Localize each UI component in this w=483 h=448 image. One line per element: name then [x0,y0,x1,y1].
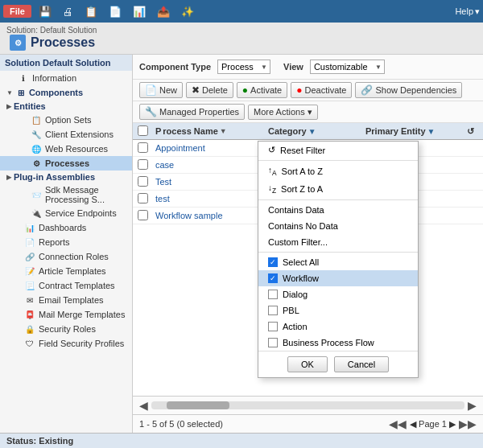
file-button[interactable]: File [3,5,31,18]
sidebar-plugin-label: Plug-in Assemblies [14,172,95,182]
name-sort-icon[interactable]: ▼ [220,127,227,135]
sidebar-item-reports[interactable]: 📄 Reports [0,235,132,249]
filter-select-all[interactable]: ✓ Select All [258,254,418,270]
export-icon-btn[interactable]: 📤 [153,3,174,20]
activate-button[interactable]: ● Activate [237,82,287,98]
filter-action[interactable]: Action [258,319,418,335]
row-checkbox[interactable] [133,193,152,205]
security-roles-icon: 🔒 [24,323,35,335]
reports-icon: 📄 [24,236,35,248]
delete-button[interactable]: ✖ Delete [186,82,233,98]
component-type-select[interactable]: Process [217,60,270,74]
row-checkbox[interactable] [133,176,152,188]
components-expand-icon: ▼ [6,89,13,97]
sidebar-item-option-sets[interactable]: 📋 Option Sets [0,113,132,127]
sidebar-item-contract-templates[interactable]: 📃 Contract Templates [0,278,132,293]
filter-contains-data[interactable]: Contains Data [258,202,418,218]
select-all-check[interactable]: ✓ [268,257,278,267]
new-icon: 📄 [145,84,157,96]
select-all-checkbox[interactable] [138,125,148,136]
show-deps-label: Show Dependencies [375,85,456,95]
save-as-icon-btn[interactable]: 🖨 [59,3,77,20]
col-category-text: Category [268,126,307,136]
sidebar-item-label: Dashboards [39,223,86,232]
row-name[interactable]: test [152,192,265,205]
new-button[interactable]: 📄 New [139,82,183,98]
filter-custom[interactable]: Custom Filter... [258,234,418,250]
sidebar: Solution Default Solution ℹ Information … [0,55,133,433]
filter-dialog-label: Dialog [283,290,308,299]
col-name-text: rocess Name [163,126,218,136]
bpf-check[interactable] [268,338,278,347]
scroll-left-icon[interactable]: ◀ [139,399,148,412]
row-name[interactable]: case [152,158,265,171]
filter-no-data[interactable]: Contains No Data [258,218,418,234]
filter-pbl[interactable]: PBL [258,302,418,319]
show-deps-button[interactable]: 🔗 Show Dependencies [355,82,462,98]
row-checkbox[interactable] [133,210,152,222]
filter-bpf[interactable]: Business Process Flow [258,335,418,351]
import-icon-btn[interactable]: 📊 [129,3,150,20]
refresh-icon[interactable]: ↺ [467,126,474,136]
component-type-select-wrap: Process [217,60,270,74]
sidebar-item-email-templates[interactable]: ✉ Email Templates [0,293,132,307]
action-toolbar: 📄 New ✖ Delete ● Activate ● Deactivate 🔗 [133,80,483,101]
row-checkbox[interactable] [133,159,152,171]
save-icon-btn[interactable]: 💾 [35,3,56,20]
scroll-track[interactable] [151,401,464,409]
sidebar-group-entities[interactable]: ▶ Entities [0,100,132,113]
row-checkbox[interactable] [133,142,152,154]
filter-ok-button[interactable]: OK [287,356,328,372]
help-button[interactable]: Help ▾ [455,6,480,17]
sidebar-group-components[interactable]: ▼ ⊞ Components [0,85,132,100]
processes-icon: ⚙ [31,158,42,169]
view-select[interactable]: Customizable [310,60,385,74]
delete-icon: ✖ [192,84,200,96]
solution-header: Solution: Default Solution ⚙ Processes [0,23,483,55]
deactivate-button[interactable]: ● Deactivate [291,82,352,98]
row-name[interactable]: Appointment [152,142,265,154]
page-first-icon[interactable]: ◀◀ [389,417,407,430]
sidebar-group-label: Components [29,88,83,97]
filter-workflow[interactable]: ✓ Workflow [258,270,418,286]
filter-sort-az[interactable]: ↑A Sort A to Z [258,162,418,180]
sidebar-item-web-resources[interactable]: 🌐 Web Resources [0,142,132,156]
scroll-thumb[interactable] [167,401,229,409]
filter-reset[interactable]: ↺ Reset Filter [258,142,418,158]
reset-icon: ↺ [268,145,275,155]
sidebar-item-client-extensions[interactable]: 🔧 Client Extensions [0,127,132,142]
publish-icon-btn[interactable]: 📋 [80,3,101,20]
sidebar-item-article-templates[interactable]: 📝 Article Templates [0,264,132,278]
pbl-check[interactable] [268,306,278,315]
publish-all-icon-btn[interactable]: 📄 [105,3,126,20]
filter-sort-za[interactable]: ↓Z Sort Z to A [258,180,418,198]
sidebar-group-plugin-assemblies[interactable]: ▶ Plug-in Assemblies [0,171,132,183]
sidebar-item-service-endpoints[interactable]: 🔌 Service Endpoints [0,206,132,220]
scroll-right-icon[interactable]: ▶ [468,399,477,412]
sidebar-item-mail-merge-templates[interactable]: 📮 Mail Merge Templates [0,307,132,322]
managed-props-button[interactable]: 🔧 Managed Properties [139,104,245,120]
action-toolbar-2: 🔧 Managed Properties More Actions ▾ [133,101,483,123]
action-check[interactable] [268,322,278,331]
row-name[interactable]: Workflow sample [152,209,265,222]
sidebar-item-sdk-message[interactable]: 📨 Sdk Message Processing S... [0,183,132,206]
sidebar-item-label: Contract Templates [39,281,115,290]
row-name[interactable]: Test [152,175,265,188]
upgrade-icon-btn[interactable]: ✨ [177,3,198,20]
sidebar-item-processes[interactable]: ⚙ Processes [0,156,132,171]
dashboards-icon: 📊 [24,222,35,233]
sidebar-item-connection-roles[interactable]: 🔗 Connection Roles [0,249,132,264]
entity-filter-icon[interactable]: ▼ [427,127,436,136]
deactivate-label: Deactivate [304,85,346,95]
page-last-icon[interactable]: ▶▶ [459,417,477,430]
dialog-check[interactable] [268,290,278,299]
sidebar-item-security-roles[interactable]: 🔒 Security Roles [0,322,132,336]
sidebar-item-dashboards[interactable]: 📊 Dashboards [0,220,132,235]
more-actions-button[interactable]: More Actions ▾ [248,105,318,120]
filter-dialog[interactable]: Dialog [258,286,418,302]
sidebar-item-information[interactable]: ℹ Information [0,71,132,85]
workflow-check[interactable]: ✓ [268,273,278,283]
filter-cancel-button[interactable]: Cancel [334,356,389,372]
category-filter-icon[interactable]: ▼ [308,127,316,136]
sidebar-item-field-security[interactable]: 🛡 Field Security Profiles [0,336,132,351]
